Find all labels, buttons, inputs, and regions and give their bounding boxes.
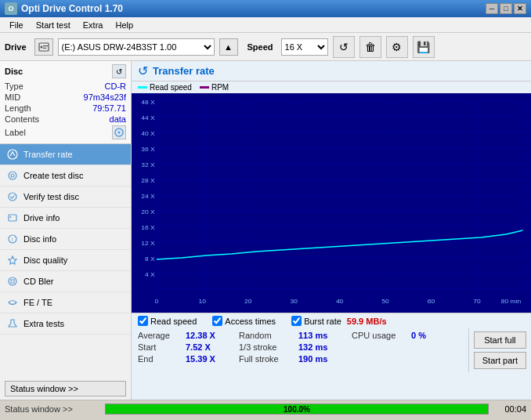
disc-mid-label: MID <box>5 92 20 102</box>
read-speed-legend-label: Read speed <box>150 83 192 92</box>
nav-label-disc-info: Disc info <box>23 234 56 244</box>
start-part-button[interactable]: Start part <box>474 352 526 369</box>
svg-point-8 <box>11 174 14 177</box>
read-speed-checkbox[interactable] <box>138 316 148 326</box>
disc-length-label: Length <box>5 103 31 113</box>
svg-text:4 X: 4 X <box>145 271 155 278</box>
one-third-label: 1/3 stroke <box>239 342 294 352</box>
rpm-legend-color <box>200 86 209 89</box>
chart-header: ↺ Transfer rate <box>132 61 531 81</box>
action-buttons: Start full Start part <box>468 328 531 372</box>
save-button[interactable]: 💾 <box>413 36 435 58</box>
burst-rate-checkbox-label: Burst rate <box>304 317 341 326</box>
disc-refresh-button[interactable]: ↺ <box>112 64 126 78</box>
disc-info-icon: i <box>6 233 19 245</box>
end-value: 15.39 X <box>186 354 223 364</box>
nav-item-verify-test-disc[interactable]: Verify test disc <box>0 186 131 208</box>
svg-text:10: 10 <box>199 298 207 305</box>
chart-legend: Read speed RPM <box>132 81 531 93</box>
transfer-rate-icon <box>6 148 19 161</box>
nav-items: Transfer rate Create test disc Verify te… <box>0 144 131 378</box>
nav-item-create-test-disc[interactable]: Create test disc <box>0 165 131 186</box>
read-speed-checkbox-label: Read speed <box>150 317 197 326</box>
nav-label-fe-te: FE / TE <box>23 298 52 307</box>
svg-point-14 <box>9 277 16 285</box>
end-label: End <box>138 354 181 364</box>
read-speed-legend-color <box>138 86 147 89</box>
nav-item-disc-quality[interactable]: Disc quality <box>0 250 131 271</box>
close-button[interactable]: ✕ <box>514 3 526 14</box>
disc-title: Disc <box>5 67 23 76</box>
drive-icon-btn[interactable] <box>34 38 53 56</box>
eject-button[interactable]: ▲ <box>219 38 238 56</box>
disc-type-label: Type <box>5 81 23 91</box>
svg-text:36 X: 36 X <box>141 146 155 153</box>
burst-rate-value: 59.9 MB/s <box>347 317 387 326</box>
access-times-checkbox[interactable] <box>212 316 222 326</box>
svg-point-9 <box>9 193 16 201</box>
checkbox-row: Read speed Access times Burst rate 59.9 … <box>132 313 531 328</box>
svg-rect-10 <box>9 215 16 221</box>
drive-select[interactable]: (E:) ASUS DRW-24B3ST 1.00 <box>58 38 215 56</box>
start-label: Start <box>138 342 181 352</box>
disc-panel: Disc ↺ Type CD-R MID 97m34s23f Length 79… <box>0 61 131 144</box>
disc-mid-value: 97m34s23f <box>84 92 126 102</box>
average-value: 12.38 X <box>186 331 223 340</box>
nav-item-transfer-rate[interactable]: Transfer rate <box>0 144 131 165</box>
svg-text:80 min: 80 min <box>501 298 522 305</box>
nav-item-drive-info[interactable]: Drive info <box>0 208 131 229</box>
svg-text:70: 70 <box>473 298 481 305</box>
access-times-checkbox-label: Access times <box>225 317 276 326</box>
nav-label-transfer-rate: Transfer rate <box>23 150 73 159</box>
start-full-button[interactable]: Start full <box>474 331 526 349</box>
chart-title: Transfer rate <box>153 65 215 77</box>
svg-rect-3 <box>43 47 46 48</box>
refresh-drive-button[interactable]: ↺ <box>333 36 355 58</box>
speed-select[interactable]: 16 X <box>281 38 328 56</box>
menu-file[interactable]: File <box>3 19 30 31</box>
settings-button[interactable]: ⚙ <box>386 36 408 58</box>
progress-percent: 100.0% <box>106 404 488 414</box>
svg-rect-2 <box>43 45 48 46</box>
drive-label: Drive <box>5 42 27 52</box>
svg-point-5 <box>118 132 121 134</box>
menu-start-test[interactable]: Start test <box>30 19 77 31</box>
disc-label-label: Label <box>5 128 26 137</box>
nav-item-fe-te[interactable]: FE / TE <box>0 292 131 313</box>
disc-type-value: CD-R <box>105 81 127 91</box>
nav-label-drive-info: Drive info <box>23 213 60 223</box>
svg-text:28 X: 28 X <box>141 177 155 184</box>
start-value: 7.52 X <box>186 342 223 352</box>
menu-extra[interactable]: Extra <box>77 19 110 31</box>
nav-item-extra-tests[interactable]: Extra tests <box>0 313 131 335</box>
title-bar: O Opti Drive Control 1.70 ─ □ ✕ <box>0 0 531 17</box>
svg-text:12 X: 12 X <box>141 240 155 247</box>
svg-point-11 <box>10 216 12 218</box>
nav-label-disc-quality: Disc quality <box>23 255 67 265</box>
svg-text:40: 40 <box>336 298 344 305</box>
svg-point-1 <box>40 45 42 48</box>
menu-help[interactable]: Help <box>109 19 139 31</box>
timer: 00:04 <box>495 404 526 414</box>
disc-contents-label: Contents <box>5 114 39 124</box>
main-area: Disc ↺ Type CD-R MID 97m34s23f Length 79… <box>0 61 531 400</box>
nav-item-cd-bler[interactable]: CD Bler <box>0 271 131 292</box>
nav-item-disc-info[interactable]: i Disc info <box>0 229 131 250</box>
full-stroke-value: 190 ms <box>298 354 336 364</box>
nav-label-cd-bler: CD Bler <box>23 277 54 286</box>
burst-rate-checkbox[interactable] <box>291 316 302 326</box>
nav-label-extra-tests: Extra tests <box>23 319 64 328</box>
svg-text:16 X: 16 X <box>141 224 155 231</box>
status-window-button[interactable]: Status window >> <box>5 381 126 396</box>
menu-bar: File Start test Extra Help <box>0 17 531 33</box>
maximize-button[interactable]: □ <box>500 3 512 14</box>
disc-label-icon[interactable] <box>112 125 126 139</box>
minimize-button[interactable]: ─ <box>486 3 498 14</box>
clear-button[interactable]: 🗑 <box>359 36 381 58</box>
svg-rect-15 <box>11 280 14 283</box>
verify-test-disc-icon <box>6 190 19 203</box>
status-window-label: Status window >> <box>5 404 99 414</box>
svg-text:40 X: 40 X <box>141 130 155 137</box>
rpm-legend-label: RPM <box>211 83 229 92</box>
svg-text:0: 0 <box>155 298 159 305</box>
